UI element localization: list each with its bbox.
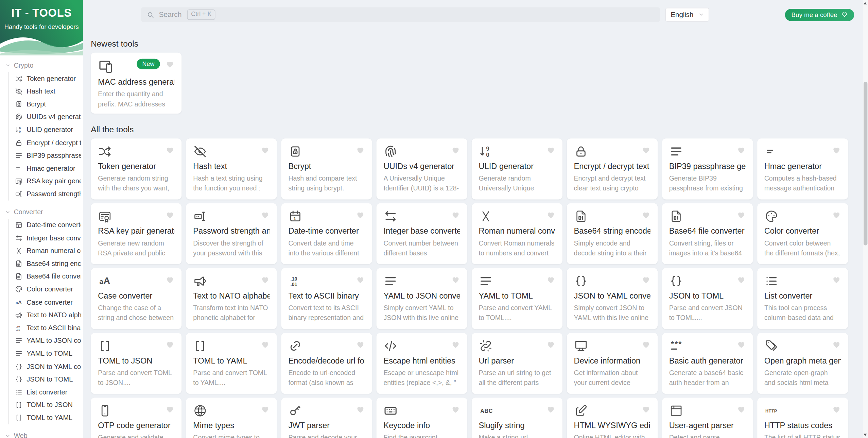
sidebar-item[interactable]: JSON to TOML: [9, 373, 83, 386]
tool-card[interactable]: Url parser Parse an url string to get al…: [471, 333, 562, 394]
favorite-heart-icon[interactable]: [546, 275, 555, 284]
tool-card[interactable]: Integer base converter Convert number be…: [376, 203, 467, 264]
favorite-heart-icon[interactable]: [736, 210, 745, 219]
tool-card[interactable]: Hash text Hash a text string using the f…: [186, 138, 277, 199]
sidebar-item[interactable]: RSA key pair generator: [9, 175, 83, 188]
favorite-heart-icon[interactable]: [356, 210, 365, 219]
tool-card[interactable]: YAML to TOML Parse and convert YAML to T…: [471, 268, 562, 329]
tool-card[interactable]: JSON to TOML Parse and convert JSON to T…: [662, 268, 752, 329]
sidebar-section-header[interactable]: Crypto: [0, 60, 83, 72]
favorite-heart-icon[interactable]: [641, 210, 650, 219]
sidebar-item[interactable]: Integer base converter: [9, 232, 83, 245]
search-input[interactable]: Search Ctrl + K: [141, 7, 660, 22]
favorite-heart-icon[interactable]: [356, 405, 365, 414]
tool-card[interactable]: User-agent parser Detect and parse Brows…: [662, 398, 752, 438]
tool-card[interactable]: List converter This tool can process col…: [757, 268, 848, 329]
tool-card[interactable]: JWT parser Parse and decode your JSON: [281, 398, 372, 438]
favorite-heart-icon[interactable]: [451, 210, 460, 219]
sidebar-item[interactable]: 90 ULID generator: [9, 123, 83, 136]
scrollbar-down-icon[interactable]: [863, 432, 868, 438]
tool-card[interactable]: TOML to JSON Parse and convert TOML to J…: [91, 333, 181, 394]
favorite-heart-icon[interactable]: [261, 275, 270, 284]
tool-card[interactable]: HTML WYSIWYG editor Online HTML editor w…: [567, 398, 657, 438]
tool-card[interactable]: TOML to YAML Parse and convert TOML to Y…: [186, 333, 277, 394]
sidebar-item[interactable]: YAML to JSON conver...: [9, 334, 83, 347]
scrollbar-thumb[interactable]: [864, 82, 867, 246]
tool-card[interactable]: Mime types Convert mime types to: [186, 398, 277, 438]
tool-card[interactable]: Encode/decode url for... Encode to url-e…: [281, 333, 372, 394]
sidebar-item[interactable]: Hash text: [9, 85, 83, 98]
favorite-heart-icon[interactable]: [356, 340, 365, 349]
favorite-heart-icon[interactable]: [641, 340, 650, 349]
sidebar-item[interactable]: Color converter: [9, 283, 83, 296]
tool-card[interactable]: BIP39 passphrase gene... Generate BIP39 …: [662, 138, 752, 199]
tool-card[interactable]: 1 Date-time converter Convert date and t…: [281, 203, 372, 264]
favorite-heart-icon[interactable]: [832, 275, 840, 284]
tool-card[interactable]: Token generator Generate random string w…: [91, 138, 181, 199]
favorite-heart-icon[interactable]: [451, 340, 460, 349]
sidebar-section-header[interactable]: Converter: [0, 206, 83, 219]
favorite-heart-icon[interactable]: [546, 340, 555, 349]
favorite-heart-icon[interactable]: [546, 210, 555, 219]
tool-card[interactable]: 90 ULID generator Generate random Univer…: [471, 138, 562, 199]
tool-card[interactable]: .10.01 Text to ASCII binary Convert text…: [281, 268, 372, 329]
sidebar-item[interactable]: .10.01 Text to ASCII binary: [9, 321, 83, 334]
sidebar-item[interactable]: Text to NATO alphabet: [9, 309, 83, 322]
favorite-heart-icon[interactable]: [166, 405, 174, 414]
sidebar-section-header[interactable]: Web: [0, 430, 83, 438]
tool-card[interactable]: YAML to JSON converter Simply convert YA…: [376, 268, 467, 329]
favorite-heart-icon[interactable]: [546, 146, 555, 154]
favorite-heart-icon[interactable]: [166, 60, 174, 69]
favorite-heart-icon[interactable]: [546, 405, 555, 414]
tool-card[interactable]: aA Case converter Change the case of a s…: [91, 268, 181, 329]
tool-card[interactable]: JSON to YAML converter Simply convert JS…: [567, 268, 657, 329]
tool-card[interactable]: HTTP HTTP status codes The list of all H…: [757, 398, 848, 438]
scrollbar-up-icon[interactable]: [863, 0, 868, 6]
tool-card[interactable]: UUIDs v4 generator A Universally Unique …: [376, 138, 467, 199]
sidebar-item[interactable]: TOML to YAML: [9, 411, 83, 424]
tool-card[interactable]: RSA key pair generator Generate new rand…: [91, 203, 181, 264]
scrollbar[interactable]: [863, 0, 868, 438]
tool-card[interactable]: Bcrypt Hash and compare text string usin…: [281, 138, 372, 199]
favorite-heart-icon[interactable]: [261, 146, 270, 154]
tool-card[interactable]: New MAC address generator Enter the quan…: [91, 53, 181, 114]
language-select[interactable]: English: [665, 8, 709, 22]
sidebar-item[interactable]: JSON to YAML conver...: [9, 360, 83, 373]
sidebar-item[interactable]: UUIDs v4 generator: [9, 111, 83, 123]
sidebar-item[interactable]: TOML to JSON: [9, 399, 83, 411]
favorite-heart-icon[interactable]: [832, 405, 840, 414]
tool-card[interactable]: OTP code generator Generate and validate…: [91, 398, 181, 438]
favorite-heart-icon[interactable]: [356, 146, 365, 154]
favorite-heart-icon[interactable]: [261, 210, 270, 219]
tool-card[interactable]: Hmac generator Computes a hash-based mes…: [757, 138, 848, 199]
tool-card[interactable]: Base64 string encoder/... Simply encode …: [567, 203, 657, 264]
favorite-heart-icon[interactable]: [641, 146, 650, 154]
sidebar-item[interactable]: Hmac generator: [9, 162, 83, 175]
favorite-heart-icon[interactable]: [736, 405, 745, 414]
tool-card[interactable]: Roman numeral conver... Convert Roman nu…: [471, 203, 562, 264]
buy-me-a-coffee-button[interactable]: Buy me a coffee: [785, 9, 854, 21]
sidebar-item[interactable]: Password strength an...: [9, 188, 83, 201]
sidebar-item[interactable]: Bcrypt: [9, 98, 83, 111]
sidebar-item[interactable]: aA Case converter: [9, 296, 83, 309]
tool-card[interactable]: Device information Get information about…: [567, 333, 657, 394]
favorite-heart-icon[interactable]: [166, 340, 174, 349]
tool-card[interactable]: Encrypt / decrypt text Encrypt and decry…: [567, 138, 657, 199]
favorite-heart-icon[interactable]: [641, 275, 650, 284]
favorite-heart-icon[interactable]: [261, 340, 270, 349]
tool-card[interactable]: Color converter Convert color between th…: [757, 203, 848, 264]
tool-card[interactable]: Base64 file converter Convert string, fi…: [662, 203, 752, 264]
favorite-heart-icon[interactable]: [641, 405, 650, 414]
tool-card[interactable]: Password strength anal... Discover the s…: [186, 203, 277, 264]
tool-card[interactable]: Open graph meta gene... Generate open-gr…: [757, 333, 848, 394]
sidebar-item[interactable]: List converter: [9, 386, 83, 399]
sidebar-item[interactable]: 1 Date-time converter: [9, 219, 83, 232]
favorite-heart-icon[interactable]: [166, 275, 174, 284]
favorite-heart-icon[interactable]: [736, 340, 745, 349]
favorite-heart-icon[interactable]: [832, 210, 840, 219]
tool-card[interactable]: Escape html entities Escape or unescape …: [376, 333, 467, 394]
sidebar-item[interactable]: Base64 file converter: [9, 270, 83, 283]
favorite-heart-icon[interactable]: [832, 146, 840, 154]
tool-card[interactable]: *** Basic auth generator Generate a base…: [662, 333, 752, 394]
favorite-heart-icon[interactable]: [261, 405, 270, 414]
